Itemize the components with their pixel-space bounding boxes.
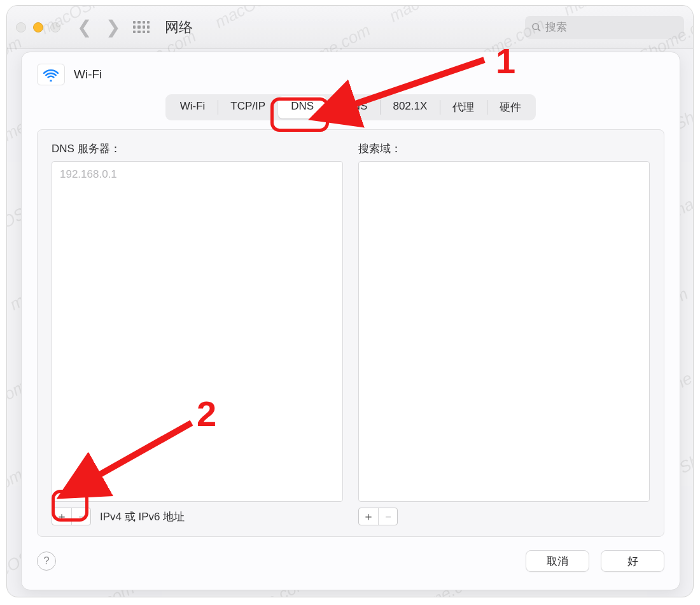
tab-tcpip[interactable]: TCP/IP <box>218 96 278 118</box>
remove-search-domain-button[interactable]: － <box>378 508 397 525</box>
wifi-icon <box>37 64 65 85</box>
dns-servers-controls: ＋ － <box>52 508 91 525</box>
ok-button[interactable]: 好 <box>601 550 664 572</box>
dns-servers-hint: IPv4 或 IPv6 地址 <box>100 509 185 524</box>
search-domains-label: 搜索域： <box>358 141 650 156</box>
interface-label: Wi-Fi <box>74 68 102 82</box>
window-title: 网络 <box>165 18 193 37</box>
back-button[interactable]: ❮ <box>73 17 95 38</box>
remove-dns-server-button[interactable]: － <box>71 508 90 525</box>
tab-8021x[interactable]: 802.1X <box>380 96 440 118</box>
svg-point-0 <box>533 23 538 29</box>
add-dns-server-button[interactable]: ＋ <box>52 508 71 525</box>
svg-line-1 <box>538 29 540 31</box>
dns-servers-list[interactable]: 192.168.0.1 <box>52 161 343 502</box>
maximize-button[interactable] <box>50 22 60 32</box>
help-button[interactable]: ? <box>37 552 56 571</box>
show-all-icon[interactable] <box>133 21 150 34</box>
close-button[interactable] <box>16 22 26 32</box>
settings-sheet: Wi-Fi Wi-Fi TCP/IP DNS WINS 802.1X 代理 硬件… <box>21 52 680 590</box>
search-domains-list[interactable] <box>358 161 650 502</box>
search-domains-controls: ＋ － <box>358 508 398 525</box>
search-icon <box>531 22 542 33</box>
dns-panel: DNS 服务器： 192.168.0.1 ＋ － IPv4 或 IPv6 地址 … <box>37 129 664 537</box>
tab-hardware[interactable]: 硬件 <box>487 96 534 118</box>
titlebar: ❮ ❯ 网络 <box>7 6 693 49</box>
search-field[interactable] <box>525 16 684 39</box>
tab-wifi[interactable]: Wi-Fi <box>167 96 218 118</box>
tab-proxy[interactable]: 代理 <box>440 96 487 118</box>
tab-bar: Wi-Fi TCP/IP DNS WINS 802.1X 代理 硬件 <box>165 94 536 120</box>
dns-server-entry[interactable]: 192.168.0.1 <box>60 168 335 181</box>
forward-button[interactable]: ❯ <box>102 17 124 38</box>
window-controls <box>16 22 60 32</box>
tab-wins[interactable]: WINS <box>326 96 380 118</box>
minimize-button[interactable] <box>33 22 43 32</box>
search-input[interactable] <box>545 21 678 34</box>
window-frame: macOShome.commacOShome.commacOShome.comm… <box>6 5 694 597</box>
cancel-button[interactable]: 取消 <box>526 550 589 572</box>
tab-dns[interactable]: DNS <box>278 96 326 118</box>
dns-servers-label: DNS 服务器： <box>52 141 343 156</box>
add-search-domain-button[interactable]: ＋ <box>359 508 378 525</box>
